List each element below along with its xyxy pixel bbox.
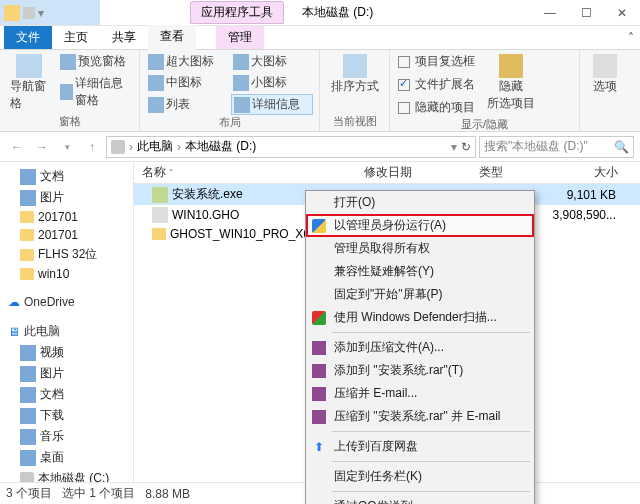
ctx-item[interactable]: 固定到任务栏(K) [306, 465, 534, 488]
maximize-button[interactable]: ☐ [568, 1, 604, 25]
nav-back-button[interactable]: ← [6, 136, 28, 158]
minimize-button[interactable]: — [532, 1, 568, 25]
sidebar-item-201701a[interactable]: 201701 [2, 208, 131, 226]
ctx-label: 兼容性疑难解答(Y) [334, 263, 434, 280]
view-large[interactable]: 大图标 [231, 52, 314, 71]
ctx-item[interactable]: 压缩到 "安装系统.rar" 并 E-mail [306, 405, 534, 428]
preview-pane-button[interactable]: 预览窗格 [58, 52, 133, 71]
sidebar-item-docs[interactable]: 文档 [2, 166, 131, 187]
sidebar-item-music[interactable]: 音乐 [2, 426, 131, 447]
ribbon-collapse-icon[interactable]: ˄ [622, 31, 640, 45]
sidebar-item-cdisk[interactable]: 本地磁盘 (C:) [2, 468, 131, 482]
options-button[interactable]: 选项 [589, 52, 621, 97]
breadcrumb-thispc[interactable]: 此电脑 [137, 138, 173, 155]
sidebar-item-videos[interactable]: 视频 [2, 342, 131, 363]
sidebar-item-pics2[interactable]: 图片 [2, 363, 131, 384]
checkbox-icon [398, 56, 410, 68]
tab-home[interactable]: 主页 [52, 26, 100, 49]
ctx-label: 以管理员身份运行(A) [334, 217, 446, 234]
qat[interactable]: ▾ [0, 0, 100, 25]
exe-icon [152, 187, 168, 203]
details-pane-button[interactable]: 详细信息窗格 [58, 74, 133, 110]
file-ext-toggle[interactable]: 文件扩展名 [396, 75, 477, 94]
videos-icon [20, 345, 36, 361]
file-icon [152, 207, 168, 223]
ctx-item[interactable]: 添加到压缩文件(A)... [306, 336, 534, 359]
downloads-icon [20, 408, 36, 424]
ribbon-group-showhide: 显示/隐藏 [461, 117, 508, 132]
ctx-item[interactable]: 打开(O) [306, 191, 534, 214]
ctx-item[interactable]: 以管理员身份运行(A) [306, 214, 534, 237]
status-items: 3 个项目 [6, 485, 52, 502]
nav-pane-button[interactable]: 导航窗格 [6, 52, 52, 114]
file-size-label: 9,101 KB [544, 188, 624, 202]
drive-icon [111, 140, 125, 154]
status-selected: 选中 1 个项目 [62, 485, 135, 502]
close-button[interactable]: ✕ [604, 1, 640, 25]
tab-share[interactable]: 共享 [100, 26, 148, 49]
hide-selected-button[interactable]: 隐藏 所选项目 [483, 52, 539, 117]
refresh-icon[interactable]: ↻ [461, 140, 471, 154]
sidebar-item-docs2[interactable]: 文档 [2, 384, 131, 405]
tab-file[interactable]: 文件 [4, 26, 52, 49]
ribbon-context-tab[interactable]: 应用程序工具 [190, 1, 284, 24]
sidebar-item-pics[interactable]: 图片 [2, 187, 131, 208]
ctx-item[interactable]: 固定到"开始"屏幕(P) [306, 283, 534, 306]
tab-manage[interactable]: 管理 [216, 26, 264, 49]
col-type[interactable]: 类型 [471, 164, 556, 181]
sidebar-item-201701b[interactable]: 201701 [2, 226, 131, 244]
context-menu[interactable]: 打开(O)以管理员身份运行(A)管理员取得所有权兼容性疑难解答(Y)固定到"开始… [305, 190, 535, 504]
ctx-item[interactable]: 通过QQ发送到 [306, 495, 534, 504]
view-list[interactable]: 列表 [146, 94, 229, 115]
qat-icon[interactable] [23, 7, 35, 19]
hide-icon [499, 54, 523, 78]
nav-up-button[interactable]: ↑ [81, 136, 103, 158]
ctx-label: 通过QQ发送到 [334, 498, 413, 504]
nav-recent-button[interactable]: ▾ [56, 136, 78, 158]
col-date[interactable]: 修改日期 [356, 164, 471, 181]
tab-view[interactable]: 查看 [148, 25, 196, 50]
item-checkboxes-toggle[interactable]: 项目复选框 [396, 52, 477, 71]
sidebar-item-desktop[interactable]: 桌面 [2, 447, 131, 468]
sort-by-button[interactable]: 排序方式 [327, 52, 383, 97]
drive-icon [20, 472, 34, 483]
view-small[interactable]: 小图标 [231, 73, 314, 92]
view-details[interactable]: 详细信息 [231, 94, 314, 115]
sidebar-item-flhs[interactable]: FLHS 32位 [2, 244, 131, 265]
sidebar-item-onedrive[interactable]: ☁OneDrive [2, 293, 131, 311]
ctx-label: 使用 Windows Defender扫描... [334, 309, 497, 326]
address-bar[interactable]: › 此电脑 › 本地磁盘 (D:) ▾ ↻ [106, 136, 476, 158]
col-name[interactable]: 名称 ˄ [134, 164, 356, 181]
ctx-separator [332, 461, 530, 462]
hidden-items-toggle[interactable]: 隐藏的项目 [396, 98, 477, 117]
search-input[interactable]: 搜索"本地磁盘 (D:)" 🔍 [479, 136, 634, 158]
folder-icon [152, 228, 166, 240]
ctx-label: 压缩并 E-mail... [334, 385, 417, 402]
nav-sidebar[interactable]: 文档 图片 201701 201701 FLHS 32位 win10 ☁OneD… [0, 162, 134, 482]
file-name-label: GHOST_WIN10_PRO_X64 [170, 227, 317, 241]
ctx-item[interactable]: 管理员取得所有权 [306, 237, 534, 260]
sidebar-item-downloads[interactable]: 下载 [2, 405, 131, 426]
qat-sep: ▾ [38, 6, 44, 20]
preview-pane-icon [60, 54, 76, 70]
rar-icon [311, 363, 327, 379]
sidebar-item-thispc[interactable]: 🖥此电脑 [2, 321, 131, 342]
pc-icon: 🖥 [8, 325, 20, 339]
ctx-item[interactable]: 兼容性疑难解答(Y) [306, 260, 534, 283]
nav-forward-button[interactable]: → [31, 136, 53, 158]
desktop-icon [20, 450, 36, 466]
sidebar-item-win10[interactable]: win10 [2, 265, 131, 283]
ribbon-group-layout: 布局 [219, 115, 241, 130]
col-size[interactable]: 大小 [556, 164, 626, 181]
options-icon [593, 54, 617, 78]
ctx-item[interactable]: 添加到 "安装系统.rar"(T) [306, 359, 534, 382]
ctx-item[interactable]: ⬆上传到百度网盘 [306, 435, 534, 458]
ctx-item[interactable]: 使用 Windows Defender扫描... [306, 306, 534, 329]
ctx-label: 添加到 "安装系统.rar"(T) [334, 362, 463, 379]
view-extra-large[interactable]: 超大图标 [146, 52, 229, 71]
ctx-item[interactable]: 压缩并 E-mail... [306, 382, 534, 405]
cloud-icon: ⬆ [311, 439, 327, 455]
details-pane-icon [60, 84, 73, 100]
view-medium[interactable]: 中图标 [146, 73, 229, 92]
breadcrumb-drive[interactable]: 本地磁盘 (D:) [185, 138, 256, 155]
